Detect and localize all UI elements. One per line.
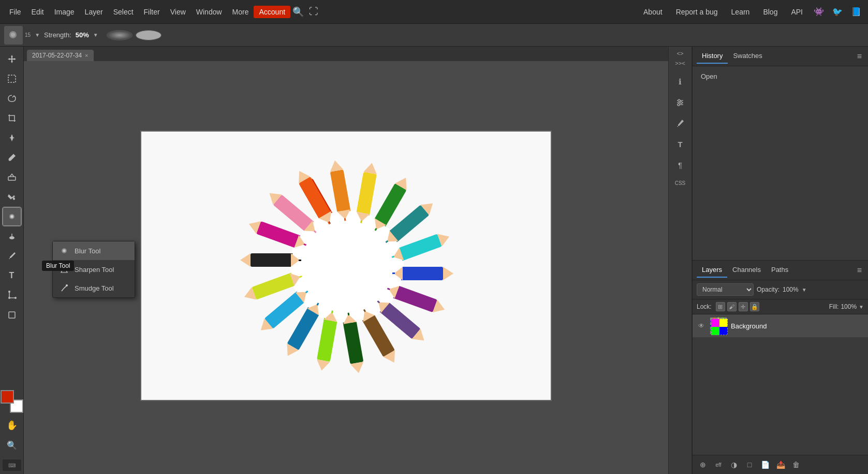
strength-dropdown[interactable]: ▼ [93,32,98,38]
options-bar: 15 ▼ Strength: 50% ▼ [0,24,868,47]
history-panel-header: History Swatches ≡ [693,47,868,66]
paths-tab[interactable]: Paths [766,263,793,278]
svg-rect-12 [9,312,15,318]
tool-blur[interactable] [3,207,21,226]
foreground-color[interactable] [1,390,14,404]
menu-blog[interactable]: Blog [758,6,783,18]
paragraph-icon-btn[interactable]: ¶ [671,155,689,174]
add-mask-btn[interactable]: ◑ [728,458,740,471]
layer-name: Background [731,322,864,330]
menu-api[interactable]: API [786,6,808,18]
blend-mode-select[interactable]: Normal Dissolve Multiply Screen Overlay [697,283,754,296]
channels-tab[interactable]: Channels [727,263,766,278]
lock-pixels[interactable]: 🖌 [727,302,737,311]
tool-brush[interactable] [3,148,21,167]
lock-position[interactable]: ✛ [739,302,748,311]
menu-edit[interactable]: Edit [26,6,49,18]
menu-select[interactable]: Select [108,6,139,18]
tab-bar: 2017-05-22-07-34 × [24,47,668,61]
tool-zoom[interactable]: 🔍 [3,436,21,454]
menu-account[interactable]: Account [254,6,290,18]
svg-point-120 [680,102,682,104]
color-swatches [1,390,23,413]
info-icon-btn[interactable]: ℹ [671,73,689,91]
facebook-icon[interactable]: 📘 [848,4,864,20]
left-toolbar: T ✋ 🔍 ⌨ [0,47,24,474]
svg-point-119 [678,99,680,102]
new-layer-btn[interactable]: 📄 [759,458,771,471]
fullscreen-button[interactable]: ⛶ [306,4,321,20]
lock-label: Lock: [697,303,712,310]
fill-value: 100% [841,303,857,310]
svg-point-7 [9,236,14,239]
lock-all[interactable]: 🔒 [750,302,759,311]
layer-visibility-toggle[interactable]: 👁 [697,321,706,331]
tool-crop[interactable] [3,109,21,127]
layers-tab[interactable]: Layers [697,263,727,278]
tool-path-select[interactable] [3,286,21,305]
blur-tool-icon [59,246,69,256]
right-panels: History Swatches ≡ Open Layers Channels … [692,47,868,474]
menu-window[interactable]: Window [191,6,227,18]
tool-hand[interactable]: ✋ [3,416,21,435]
brush-settings-icon-btn[interactable] [671,114,689,133]
tool-fill[interactable] [3,188,21,206]
tool-healing[interactable] [3,128,21,147]
layers-panel-menu[interactable]: ≡ [855,264,864,277]
brush-size-badge: 15 [25,32,31,38]
export-layer-btn[interactable]: 📤 [774,458,787,471]
menu-more[interactable]: More [227,6,254,18]
brush-soft-preview[interactable] [107,30,133,40]
tool-move[interactable] [3,50,21,68]
layer-effects-btn[interactable]: eff [712,458,725,471]
layer-row-background[interactable]: 👁 Background [693,314,868,338]
tool-eraser[interactable] [3,168,21,186]
blur-tool-tooltip: Blur Tool [42,261,74,271]
opacity-dropdown[interactable]: ▼ [802,287,807,293]
canvas-tab-close[interactable]: × [85,52,88,59]
tool-text[interactable]: T [3,266,21,285]
panel-collapse-right[interactable]: >>< [669,60,692,67]
blur-tool-option[interactable]: Blur Tool [53,241,135,260]
twitter-icon[interactable]: 🐦 [830,4,845,20]
panel-collapse-left[interactable]: <> [669,50,692,58]
menu-image[interactable]: Image [49,6,80,18]
new-group-btn[interactable]: □ [743,458,756,471]
canvas-image[interactable] [140,131,552,401]
history-tab[interactable]: History [697,49,728,64]
menu-learn[interactable]: Learn [726,6,755,18]
menu-file[interactable]: File [4,6,26,18]
menu-filter[interactable]: Filter [139,6,165,18]
tool-dodge[interactable] [3,227,21,246]
svg-point-1 [11,33,15,37]
delete-layer-btn[interactable]: 🗑 [790,458,802,471]
text-settings-icon-btn[interactable]: T [671,135,689,153]
opacity-label: Opacity: [757,286,779,293]
search-button[interactable]: 🔍 [290,4,306,20]
history-panel-menu[interactable]: ≡ [855,50,864,63]
adjustments-icon-btn[interactable] [671,93,689,112]
svg-point-9 [8,291,10,293]
tool-lasso[interactable] [3,89,21,108]
history-item-open[interactable]: Open [697,70,864,82]
lock-transparency[interactable]: ⊞ [716,302,725,311]
smudge-tool-option[interactable]: Smudge Tool [53,279,135,297]
tool-rect-marquee[interactable] [3,69,21,88]
swatches-tab[interactable]: Swatches [728,49,767,64]
brush-hard-preview[interactable] [136,30,161,40]
menu-about[interactable]: About [638,6,668,18]
tool-pen[interactable] [3,247,21,265]
canvas-tab-active[interactable]: 2017-05-22-07-34 × [27,50,94,61]
canvas-tab-name: 2017-05-22-07-34 [32,52,82,59]
svg-rect-3 [8,177,16,180]
tool-shape[interactable] [3,306,21,324]
brush-size-dropdown[interactable]: ▼ [35,32,40,38]
menu-report-bug[interactable]: Report a bug [671,6,723,18]
reddit-icon[interactable]: 👾 [811,4,827,20]
fill-dropdown[interactable]: ▼ [859,304,864,310]
add-link-btn[interactable]: ⊕ [697,458,709,471]
menu-layer[interactable]: Layer [80,6,108,18]
layers-panel: Layers Channels Paths ≡ Normal Dissolve … [693,261,868,474]
css-icon-btn[interactable]: CSS [675,180,686,186]
menu-view[interactable]: View [165,6,191,18]
